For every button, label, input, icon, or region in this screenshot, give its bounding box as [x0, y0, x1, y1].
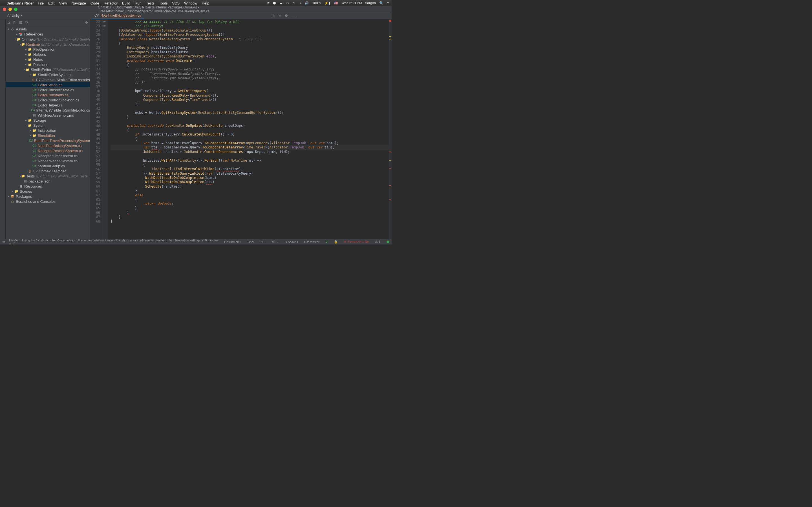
tree-item[interactable]: ▸📁SimfileEditorSystems	[6, 72, 90, 77]
status-caret[interactable]: 51:21	[246, 240, 256, 244]
error-mark[interactable]	[389, 168, 391, 169]
tree-item[interactable]: ▸📁FileOperation	[6, 47, 90, 52]
run-config[interactable]: ⬡ Unity ▾	[4, 14, 26, 18]
display-icon[interactable]: ▭	[286, 1, 289, 5]
tree-item[interactable]: ▸📁Notes	[6, 57, 90, 62]
code-editor[interactable]: 2223242526272829303132333435363738394041…	[90, 19, 392, 239]
status-package[interactable]: E7.Onmaku	[223, 240, 242, 244]
collapse-icon[interactable]: —	[292, 13, 296, 18]
status-icon[interactable]: ▭	[2, 240, 5, 244]
status-errors[interactable]: ⊘ 2 errors in 1 file	[343, 240, 370, 244]
menu-vcs[interactable]: VCS	[172, 1, 180, 5]
tree-item[interactable]: ▸📁Intialization	[6, 128, 90, 133]
error-stripe[interactable]	[389, 19, 392, 239]
menu-window[interactable]: Window	[184, 1, 197, 5]
zoom-button[interactable]	[14, 8, 17, 11]
menu-tests[interactable]: Tests	[146, 1, 154, 5]
menu-file[interactable]: File	[38, 1, 44, 5]
bluetooth-icon[interactable]: ᚼ	[299, 1, 301, 5]
status-git[interactable]: Git: master	[303, 240, 320, 244]
menu-help[interactable]: Help	[202, 1, 209, 5]
error-mark[interactable]	[389, 200, 391, 200]
tree-item[interactable]: ▾📁Runtime(E7.Onmaku, E7.Onmaku.Simfile…	[6, 42, 90, 47]
tree-item[interactable]: ▸📁Helpers	[6, 52, 90, 57]
spotlight-icon[interactable]: 🔍	[379, 1, 384, 5]
gear-icon[interactable]: ⚙	[285, 13, 288, 18]
menu-edit[interactable]: Edit	[48, 1, 54, 5]
close-button[interactable]	[3, 8, 6, 11]
tree-item[interactable]: ▸📚References	[6, 32, 90, 37]
tree-item[interactable]: ▸📁Scenes	[6, 189, 90, 194]
tree-item[interactable]: ▤package.json	[6, 179, 90, 184]
tree-item[interactable]: C#EditorConstants.cs	[6, 93, 90, 98]
tree-item[interactable]: ▸📁Tests(E7.Onmaku.SimfileEditor.Tests, E…	[6, 173, 90, 179]
tree-item[interactable]: ▾📁SimfileEditor(E7.Onmaku.SimfileEditor	[6, 67, 90, 72]
minimize-button[interactable]	[8, 8, 12, 11]
app-name[interactable]: JetBrains Rider	[7, 1, 34, 5]
tree-item[interactable]: ▾📁Onmaku(E7.Onmaku, E7.Onmaku.SimfileEdi…	[6, 37, 90, 42]
tree-item[interactable]: ▸📦Packages	[6, 194, 90, 199]
menu-tools[interactable]: Tools	[159, 1, 167, 5]
tree-item[interactable]: ▦Resources	[6, 184, 90, 189]
tree-item[interactable]: C#BpmTimeTravelProcessingSystem	[6, 138, 90, 143]
target-icon[interactable]: ◎	[271, 13, 274, 18]
tree-item[interactable]: C#EditorAction.cs	[6, 82, 90, 87]
flag-icon[interactable]: 🇺🇸	[334, 1, 338, 5]
refresh-icon[interactable]: ↻	[25, 20, 28, 24]
select-icon[interactable]: ⊞	[19, 20, 22, 24]
menu-build[interactable]: Build	[122, 1, 130, 5]
user[interactable]: 5argon	[365, 1, 376, 5]
tree-item[interactable]: C#EditorControlSingleton.cs	[6, 98, 90, 103]
volume-icon[interactable]: 🔊	[305, 1, 309, 5]
menu-code[interactable]: Code	[91, 1, 99, 5]
tree-item[interactable]: C#EditorHelper.cs	[6, 103, 90, 108]
error-indicator-icon[interactable]	[389, 20, 391, 22]
warn-mark[interactable]	[389, 36, 391, 37]
wifi-icon[interactable]: ᯤ	[292, 1, 296, 5]
expand-icon[interactable]: ⇲	[7, 20, 10, 24]
tree-item[interactable]: {}E7.Onmaku.SimfileEditor.asmdef	[6, 77, 90, 82]
lock-icon[interactable]: 🔒	[333, 240, 339, 244]
battery-label[interactable]: 100%	[312, 1, 321, 5]
battery-icon[interactable]: ⚡▮	[324, 1, 331, 5]
tree-item[interactable]: C#RenderRangeSystem.cs	[6, 158, 90, 163]
warn-mark[interactable]	[389, 160, 391, 161]
menu-run[interactable]: Run	[135, 1, 142, 5]
tray-icon[interactable]: ⟳	[267, 1, 269, 5]
tree-item[interactable]: C#ReceptorPositionSystem.cs	[6, 148, 90, 153]
tree-item[interactable]: C#NoteTimeBakingSystem.cs	[6, 143, 90, 148]
menu-navigate[interactable]: Navigate	[71, 1, 86, 5]
tree-item[interactable]: ▸📁Positions	[6, 62, 90, 67]
status-encoding[interactable]: UTF-8	[269, 240, 281, 244]
tree-item[interactable]: ▤WhyNewAssembly.md	[6, 113, 90, 118]
menu-icon[interactable]: ≡	[387, 1, 389, 5]
tree-item[interactable]: ▾📁System	[6, 123, 90, 128]
gear-icon[interactable]: ⚙	[85, 20, 88, 24]
editor-tab[interactable]: C# NoteTimeBakingSystem.cs	[92, 12, 144, 19]
code-body[interactable]: /// ▲▲ ▲▲▲▲▲, it is fine if we lag for b…	[108, 19, 389, 239]
status-line-ending[interactable]: LF	[260, 240, 266, 244]
tree-item[interactable]: C#EditorConsoleState.cs	[6, 87, 90, 93]
cloud-icon[interactable]: ☁	[279, 1, 283, 5]
collapse-icon[interactable]: ⇱	[13, 20, 16, 24]
tree-item[interactable]: C#InternalsVisibleToSimfileEditor.cs	[6, 108, 90, 113]
tree-item[interactable]: C#ReceptorTimeSystem.cs	[6, 153, 90, 158]
tree-item[interactable]: C#SystemGroup.cs	[6, 163, 90, 168]
status-indent[interactable]: 4 spaces	[285, 240, 299, 244]
project-tree[interactable]: ▾◇Assets ▸📚References▾📁Onmaku(E7.Onmaku,…	[6, 26, 90, 204]
warn-mark[interactable]	[389, 39, 391, 40]
tree-item[interactable]: ▾📁Simulation	[6, 133, 90, 138]
menu-refactor[interactable]: Refactor	[104, 1, 117, 5]
tree-item[interactable]: ▸📁Storage	[6, 118, 90, 123]
tree-root[interactable]: ▾◇Assets	[6, 26, 90, 32]
error-mark[interactable]	[389, 152, 391, 152]
error-mark[interactable]	[389, 185, 391, 186]
dropbox-icon[interactable]: ⬢	[273, 1, 276, 5]
vim-icon[interactable]: V	[324, 240, 329, 244]
menu-view[interactable]: View	[59, 1, 67, 5]
tree-item[interactable]: {}E7.Onmaku.asmdef	[6, 168, 90, 173]
tree-item[interactable]: 🗂Scratches and Consoles	[6, 199, 90, 204]
clock[interactable]: Wed 6:13 PM	[342, 1, 362, 5]
layers-icon[interactable]: ≡	[278, 13, 281, 18]
status-warnings[interactable]: ⚠ 1	[374, 240, 382, 244]
